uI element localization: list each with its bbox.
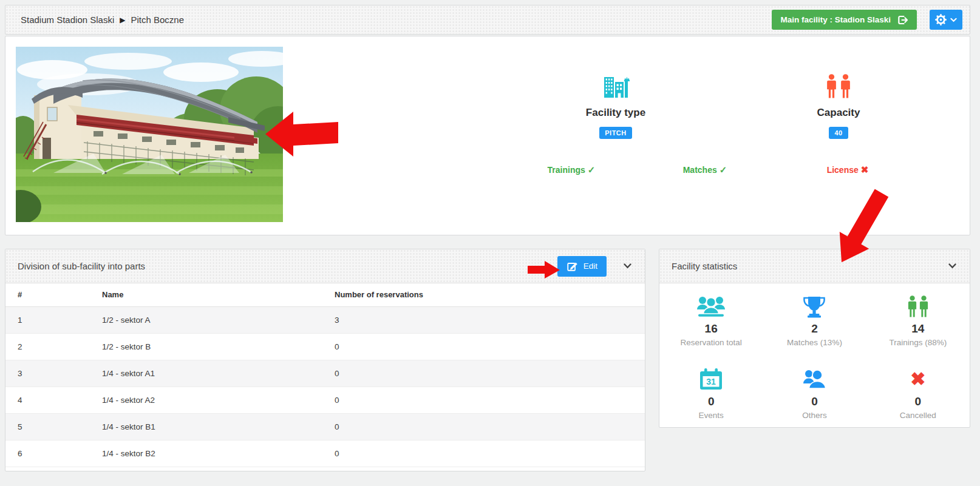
row-reservations: 0 (322, 333, 645, 360)
table-row: 2 1/2 - sektor B 0 (5, 333, 645, 360)
flag-trainings-label: Trainings (548, 165, 585, 175)
stat-value: 0 (659, 395, 763, 408)
breadcrumb-current: Pitch Boczne (131, 15, 184, 25)
row-reservations: 0 (322, 360, 645, 386)
trophy-icon (763, 292, 866, 320)
division-collapse-chevron-down-icon[interactable] (621, 261, 634, 271)
stat-label: Trainings (88%) (866, 338, 970, 347)
edit-pencil-icon (567, 260, 578, 272)
row-index: 1 (5, 306, 90, 333)
table-row: 5 1/4 - sektor B1 0 (5, 413, 645, 440)
check-icon: ✓ (720, 164, 727, 175)
stat-label: Cancelled (866, 411, 970, 420)
stat-value: 14 (866, 322, 970, 336)
column-header-index: # (5, 283, 90, 306)
column-header-name: Name (90, 283, 322, 306)
stat-events: 31 0 Events (659, 356, 763, 429)
row-name: 1/4 - sektor A1 (90, 360, 322, 386)
division-panel-title: Division of sub-facility into parts (18, 261, 145, 271)
person-pair-icon (763, 365, 866, 393)
statistics-panel-header: Facility statistics (659, 249, 970, 283)
statistics-grid: 16 Reservation total 2 Matches (13%) (659, 283, 970, 429)
row-name: 1/2 - sektor A (90, 306, 322, 333)
stat-matches: 2 Matches (13%) (763, 283, 866, 356)
edit-button[interactable]: Edit (557, 256, 607, 277)
stat-others: 0 Others (763, 356, 866, 429)
flag-license-label: License (827, 165, 859, 175)
capacity-badge: 40 (829, 127, 848, 139)
facility-overview-panel: Facility type PITCH Capacity 40 Training… (5, 36, 970, 235)
two-people-icon (866, 292, 970, 320)
gear-icon (935, 14, 947, 25)
flag-matches: Matches✓ (641, 164, 769, 175)
stat-value: 0 (866, 395, 970, 408)
stat-label: Matches (13%) (763, 338, 866, 347)
stat-value: 2 (763, 322, 866, 336)
settings-button[interactable] (930, 10, 962, 30)
stat-value: 0 (763, 395, 866, 408)
row-name: 1/4 - sektor B1 (90, 413, 322, 440)
stat-label: Reservation total (659, 338, 763, 347)
svg-text:31: 31 (706, 377, 716, 386)
stat-cancelled: ✖ 0 Cancelled (866, 356, 970, 429)
table-row: 3 1/4 - sektor A1 0 (5, 360, 645, 386)
facility-statistics-panel: Facility statistics 16 Reservation total (659, 249, 970, 428)
row-index: 4 (5, 386, 90, 413)
edit-button-label: Edit (584, 262, 597, 271)
stat-label: Events (659, 411, 763, 420)
row-index: 6 (5, 440, 90, 467)
breadcrumb-parent[interactable]: Stadium Stadion Slaski (21, 15, 114, 25)
buildings-icon (549, 70, 682, 99)
main-facility-button-label: Main facility : Stadion Slaski (780, 15, 891, 24)
flag-trainings: Trainings✓ (508, 164, 635, 175)
row-index: 3 (5, 360, 90, 386)
facility-type-badge: PITCH (599, 127, 632, 139)
two-people-icon (772, 70, 905, 99)
sub-facility-table: # Name Number of reservations 1 1/2 - se… (5, 283, 645, 467)
division-panel: Division of sub-facility into parts Edit… (5, 249, 645, 471)
stat-reservation-total: 16 Reservation total (659, 283, 763, 356)
statistics-collapse-chevron-down-icon[interactable] (946, 261, 959, 271)
check-icon: ✓ (588, 164, 596, 175)
cross-icon: ✖ (866, 365, 970, 393)
division-panel-header: Division of sub-facility into parts Edit (5, 249, 645, 283)
table-row: 1 1/2 - sektor A 3 (5, 306, 645, 333)
capacity-block: Capacity 40 (772, 70, 905, 139)
row-reservations: 0 (322, 440, 645, 467)
stadium-photo (16, 47, 283, 222)
column-header-reservations: Number of reservations (322, 283, 645, 306)
capacity-label: Capacity (772, 107, 905, 119)
cross-icon: ✖ (861, 164, 869, 175)
main-facility-button[interactable]: Main facility : Stadion Slaski (772, 10, 917, 30)
flag-license: License✖ (784, 164, 911, 175)
row-name: 1/2 - sektor B (90, 333, 322, 360)
row-name: 1/4 - sektor A2 (90, 386, 322, 413)
calendar-icon: 31 (659, 365, 763, 393)
stat-label: Others (763, 411, 866, 420)
row-index: 2 (5, 333, 90, 360)
breadcrumb-separator-icon: ▶ (120, 16, 125, 24)
row-reservations: 0 (322, 413, 645, 440)
chevron-down-icon (950, 18, 957, 22)
table-row: 6 1/4 - sektor B2 0 (5, 440, 645, 467)
table-row: 4 1/4 - sektor A2 0 (5, 386, 645, 413)
stat-trainings: 14 Trainings (88%) (866, 283, 970, 356)
row-name: 1/4 - sektor B2 (90, 440, 322, 467)
row-index: 5 (5, 413, 90, 440)
stat-value: 16 (659, 322, 763, 336)
statistics-panel-title: Facility statistics (672, 261, 737, 271)
top-header-bar: Stadium Stadion Slaski ▶ Pitch Boczne Ma… (5, 5, 970, 35)
row-reservations: 0 (322, 386, 645, 413)
row-reservations: 3 (322, 306, 645, 333)
facility-type-label: Facility type (549, 107, 682, 119)
group-icon (659, 292, 763, 320)
flag-matches-label: Matches (683, 165, 717, 175)
facility-type-block: Facility type PITCH (549, 70, 682, 139)
exit-icon (896, 14, 908, 26)
table-header-row: # Name Number of reservations (5, 283, 645, 306)
breadcrumb: Stadium Stadion Slaski ▶ Pitch Boczne (21, 15, 184, 25)
